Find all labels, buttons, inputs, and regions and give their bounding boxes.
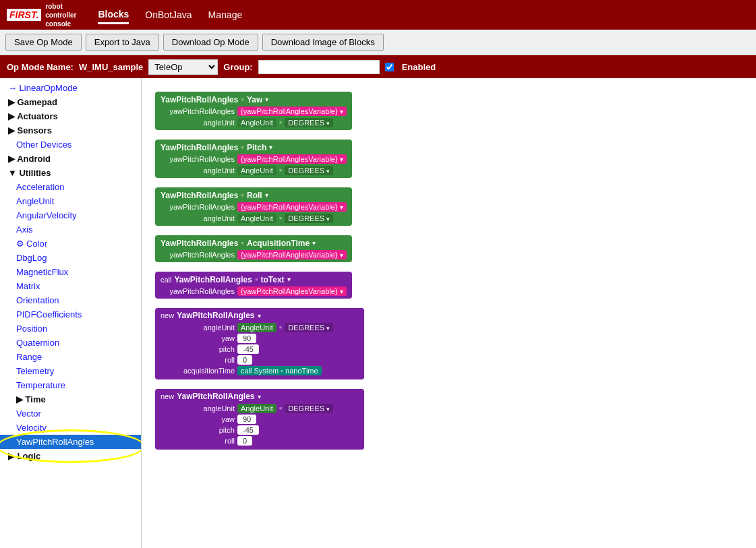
sidebar-item-vector[interactable]: Vector [0, 406, 141, 421]
opmode-type-select[interactable]: TeleOp Autonomous [148, 59, 218, 75]
sidebar-item-velocity[interactable]: Velocity [0, 421, 141, 435]
block6-pitch-val[interactable]: -45 [237, 344, 259, 354]
sidebar-item-gamepad[interactable]: ▶ Gamepad [0, 95, 141, 109]
enabled-label: Enabled [402, 62, 436, 72]
sidebar-item-actuators[interactable]: ▶ Actuators [0, 109, 141, 123]
sidebar-item-otherdevices[interactable]: Other Devices [0, 138, 141, 152]
block6-nanotime: nanoTime [285, 367, 318, 375]
sidebar-item-color[interactable]: ⚙Color [0, 237, 141, 251]
block6-call-lbl2: call [241, 367, 252, 375]
sidebar-item-sensors[interactable]: ▶ Sensors [0, 123, 141, 138]
sidebar-item-android[interactable]: ▶ Android [0, 152, 141, 166]
block6-angleunit-val1: AngleUnit [237, 323, 277, 332]
block-yaw: YawPitchRollAngles ▪ Yaw ▾ yawPitchRollA… [155, 92, 743, 131]
logo-subtitle: robotcontrollerconsole [45, 2, 76, 28]
block4-field1-lbl: yawPitchRollAngles [167, 251, 235, 259]
block6-roll-lbl: roll [167, 356, 235, 364]
nav-blocks[interactable]: Blocks [98, 6, 129, 24]
block5-variable[interactable]: {yawPitchRollAnglesVariable} ▾ [237, 286, 347, 296]
block1-angleunit: AngleUnit [237, 118, 277, 127]
logo-first-text: FIRST. [7, 9, 41, 21]
download-image-button[interactable]: Download Image of Blocks [262, 34, 384, 51]
block2-degrees[interactable]: DEGREES ▾ [285, 166, 333, 175]
block-roll: YawPitchRollAngles ▪ Roll ▾ yawPitchRoll… [155, 187, 743, 227]
sidebar-item-range[interactable]: Range [0, 350, 141, 364]
block1-chevron[interactable]: ▾ [265, 96, 268, 103]
nav-manage[interactable]: Manage [208, 7, 243, 23]
block1-variable[interactable]: {yawPitchRollAnglesVariable} ▾ [237, 106, 347, 116]
block-new2: new YawPitchRollAngles ▾ angleUnit Angle… [155, 389, 743, 451]
block4-variable[interactable]: {yawPitchRollAnglesVariable} ▾ [237, 250, 347, 260]
block7-pitch-val[interactable]: -45 [237, 425, 259, 435]
sidebar-item-pidfcoefficients[interactable]: PIDFCoefficients [0, 307, 141, 322]
block6-dot: ▪ [281, 367, 283, 375]
block6-chevron[interactable]: ▾ [258, 312, 261, 319]
block2-header: YawPitchRollAngles [161, 143, 238, 152]
sidebar-item-orientation[interactable]: Orientation [0, 293, 141, 307]
save-opmode-button[interactable]: Save Op Mode [5, 34, 82, 51]
block1-degrees[interactable]: DEGREES ▾ [285, 118, 333, 127]
block7-chevron[interactable]: ▾ [258, 393, 261, 400]
block1-field1-lbl: yawPitchRollAngles [167, 107, 235, 115]
block6-system: System [254, 367, 279, 375]
sidebar-item-position[interactable]: Position [0, 322, 141, 336]
block4-header: YawPitchRollAngles [161, 239, 238, 248]
block3-variable[interactable]: {yawPitchRollAnglesVariable} ▾ [237, 202, 347, 212]
main-area: → LinearOpMode ▶ Gamepad ▶ Actuators ▶ S… [0, 78, 756, 548]
sidebar-item-angularvelocity[interactable]: AngularVelocity [0, 208, 141, 222]
download-opmode-button[interactable]: Download Op Mode [163, 34, 258, 51]
group-input[interactable] [258, 60, 380, 74]
block6-roll-val[interactable]: 0 [237, 355, 252, 365]
sidebar-item-temperature[interactable]: Temperature [0, 378, 141, 392]
block-totext: call YawPitchRollAngles ▪ toText ▾ yawPi… [155, 272, 743, 300]
block3-header: YawPitchRollAngles [161, 191, 238, 200]
toolbar: Save Op Mode Export to Java Download Op … [0, 30, 756, 55]
block1-header: YawPitchRollAngles [161, 95, 238, 104]
sidebar-item-acceleration[interactable]: Acceleration [0, 180, 141, 194]
sidebar-item-dbglog[interactable]: DbgLog [0, 251, 141, 265]
block2-field2-lbl: angleUnit [167, 166, 235, 175]
sidebar-item-time[interactable]: ▶ Time [0, 392, 141, 406]
sidebar-item-utilities[interactable]: ▼ Utilities [0, 166, 141, 180]
opmode-name-label: Op Mode Name: [7, 62, 74, 72]
block2-chevron[interactable]: ▾ [269, 144, 272, 151]
sidebar-item-quaternion[interactable]: Quaternion [0, 336, 141, 350]
block6-yaw-val[interactable]: 90 [237, 334, 256, 343]
block3-method: Roll [247, 191, 262, 200]
block7-yaw-val[interactable]: 90 [237, 415, 256, 424]
block6-call: call System ▪ nanoTime [237, 366, 322, 375]
sidebar-item-logic[interactable]: ▶ Logic [0, 449, 141, 463]
header: FIRST. robotcontrollerconsole Blocks OnB… [0, 0, 756, 30]
block6-pitch-lbl: pitch [167, 345, 235, 353]
sidebar-item-magneticflux[interactable]: MagneticFlux [0, 265, 141, 279]
sidebar-item-matrix[interactable]: Matrix [0, 279, 141, 293]
block7-yaw-lbl: yaw [167, 415, 235, 423]
export-java-button[interactable]: Export to Java [86, 34, 159, 51]
block3-field1-lbl: yawPitchRollAngles [167, 203, 235, 211]
nav-onbotjava[interactable]: OnBotJava [145, 7, 192, 23]
block2-variable[interactable]: {yawPitchRollAnglesVariable} ▾ [237, 154, 347, 164]
sidebar-item-yawpitchrollangles[interactable]: YawPitchRollAngles [0, 435, 141, 449]
block2-angleunit: AngleUnit [237, 166, 277, 175]
block7-degrees[interactable]: DEGREES ▾ [285, 404, 333, 413]
sidebar-item-telemetry[interactable]: Telemetry [0, 364, 141, 378]
block5-field1-lbl: yawPitchRollAngles [167, 287, 235, 295]
block3-degrees[interactable]: DEGREES ▾ [285, 214, 333, 223]
sidebar-item-linearopmode[interactable]: → LinearOpMode [0, 81, 141, 95]
main-nav: Blocks OnBotJava Manage [90, 6, 250, 24]
block3-chevron[interactable]: ▾ [265, 191, 268, 199]
block2-field1-lbl: yawPitchRollAngles [167, 155, 235, 163]
block4-chevron[interactable]: ▾ [312, 239, 316, 247]
block5-method: toText [260, 275, 284, 284]
block4-method: AcquisitionTime [247, 239, 310, 248]
block5-header: YawPitchRollAngles [175, 275, 252, 284]
block3-field2-lbl: angleUnit [167, 214, 235, 222]
sidebar-item-axis[interactable]: Axis [0, 222, 141, 237]
block7-angleunit-val1: AngleUnit [237, 404, 277, 413]
block7-roll-val[interactable]: 0 [237, 436, 252, 446]
sidebar-item-angleunit[interactable]: AngleUnit [0, 194, 141, 208]
block5-chevron[interactable]: ▾ [287, 276, 291, 283]
enabled-checkbox[interactable] [385, 63, 394, 71]
block6-degrees[interactable]: DEGREES ▾ [285, 323, 333, 332]
blocks-canvas[interactable]: YawPitchRollAngles ▪ Yaw ▾ yawPitchRollA… [142, 78, 756, 548]
